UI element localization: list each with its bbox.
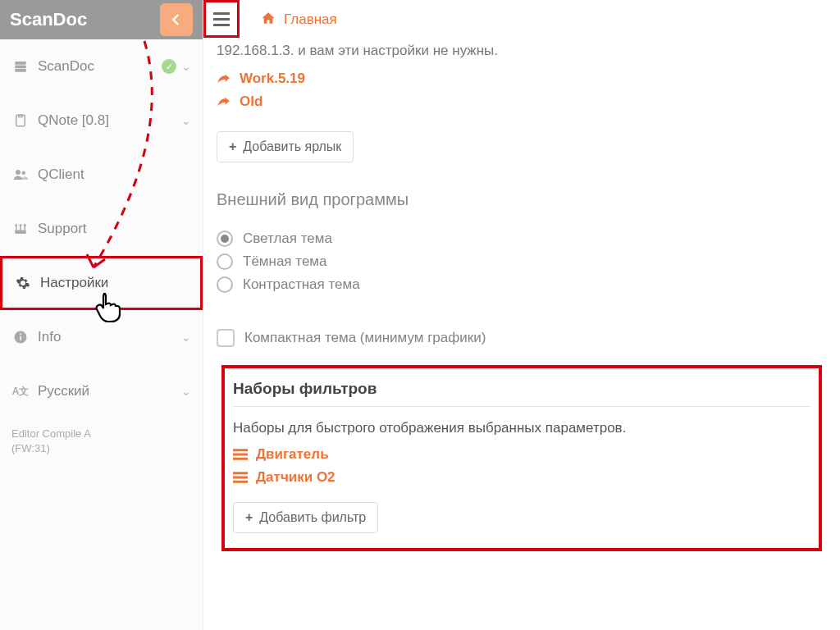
- svg-point-7: [20, 224, 22, 226]
- sidebar-label: QClient: [38, 167, 191, 183]
- sidebar-label: Info: [38, 329, 181, 345]
- sidebar-item-support[interactable]: Support: [0, 202, 203, 256]
- breadcrumb-home: Главная: [284, 11, 337, 28]
- sidebar-item-qclient[interactable]: QClient: [0, 148, 203, 202]
- shortcut-link[interactable]: Work.5.19: [217, 71, 827, 87]
- button-label: Добавить фильтр: [259, 510, 366, 525]
- radio-icon: [217, 231, 233, 247]
- main: Главная 192.168.1.3. и вам эти настройки…: [203, 0, 840, 630]
- svg-rect-12: [20, 334, 21, 336]
- button-label: Добавить ярлык: [243, 139, 341, 154]
- svg-rect-13: [233, 449, 248, 451]
- list-icon: [233, 472, 248, 483]
- check-icon: ✓: [162, 59, 176, 74]
- sidebar-item-language[interactable]: A文 Русский ⌄: [0, 364, 203, 418]
- radio-icon: [217, 253, 233, 270]
- add-shortcut-button[interactable]: + Добавить ярлык: [217, 131, 354, 162]
- radio-icon: [217, 276, 233, 293]
- ip-text: 192.168.1.3. и вам эти настройки не нужн…: [217, 43, 827, 59]
- filters-desc: Наборы для быстрого отображения выбранны…: [233, 420, 810, 436]
- sidebar-footer: Editor Compile A (FW:31): [0, 418, 203, 464]
- svg-point-6: [15, 224, 17, 226]
- shortcut-link[interactable]: Old: [217, 94, 827, 110]
- sidebar-header: ScanDoc: [0, 0, 203, 39]
- sidebar-item-settings[interactable]: Настройки: [0, 256, 203, 310]
- app-title: ScanDoc: [10, 9, 87, 30]
- svg-rect-11: [20, 336, 21, 340]
- footer-line-1: Editor Compile A: [11, 427, 191, 441]
- theme-radio-light[interactable]: Светлая тема: [217, 231, 827, 247]
- filters-title: Наборы фильтров: [233, 380, 810, 407]
- svg-rect-0: [15, 62, 26, 65]
- filter-link[interactable]: Датчики О2: [233, 469, 810, 486]
- svg-point-4: [16, 170, 21, 175]
- language-icon: A文: [11, 385, 30, 399]
- info-icon: [11, 330, 30, 345]
- network-icon: [11, 221, 30, 236]
- svg-rect-9: [15, 231, 26, 235]
- share-icon: [217, 94, 231, 109]
- shortcut-label: Old: [240, 94, 262, 110]
- plus-icon: +: [229, 139, 236, 154]
- svg-rect-17: [233, 477, 248, 479]
- filter-label: Двигатель: [256, 446, 329, 463]
- sidebar-item-scandoc[interactable]: ScanDoc ✓ ⌄: [0, 39, 203, 94]
- menu-icon: [213, 12, 230, 26]
- breadcrumb[interactable]: Главная: [261, 11, 337, 30]
- database-icon: [11, 59, 30, 74]
- svg-rect-14: [233, 454, 248, 456]
- shortcut-label: Work.5.19: [240, 71, 305, 87]
- radio-label: Светлая тема: [243, 231, 332, 247]
- gear-icon: [14, 276, 32, 290]
- plus-icon: +: [245, 510, 253, 525]
- content: 192.168.1.3. и вам эти настройки не нужн…: [203, 39, 840, 551]
- add-filter-button[interactable]: + Добавить фильтр: [233, 502, 378, 533]
- svg-rect-1: [15, 66, 26, 69]
- topbar: Главная: [203, 0, 840, 39]
- radio-label: Тёмная тема: [243, 253, 327, 270]
- list-icon: [233, 449, 248, 460]
- sidebar-item-info[interactable]: Info ⌄: [0, 310, 203, 364]
- filter-link[interactable]: Двигатель: [233, 446, 810, 463]
- checkbox-icon: [217, 329, 235, 347]
- checkbox-label: Компактная тема (минимум графики): [244, 330, 486, 346]
- chevron-down-icon: ⌄: [181, 331, 191, 344]
- appearance-title: Внешний вид программы: [217, 190, 827, 209]
- theme-radio-contrast[interactable]: Контрастная тема: [217, 276, 827, 293]
- chevron-down-icon: ⌄: [181, 60, 191, 73]
- chevron-down-icon: ⌄: [181, 114, 191, 127]
- sidebar-label: Support: [38, 221, 191, 237]
- svg-rect-18: [233, 481, 248, 483]
- chevron-down-icon: ⌄: [181, 385, 191, 398]
- arrow-left-icon: [169, 12, 184, 27]
- users-icon: [11, 167, 30, 182]
- radio-label: Контрастная тема: [243, 276, 360, 293]
- back-button[interactable]: [160, 3, 193, 36]
- svg-rect-2: [15, 69, 26, 72]
- svg-point-5: [22, 171, 26, 176]
- share-icon: [217, 71, 231, 86]
- svg-point-8: [24, 224, 26, 226]
- svg-rect-16: [233, 472, 248, 474]
- sidebar-label: Настройки: [40, 275, 189, 291]
- sidebar-label: ScanDoc: [38, 58, 162, 75]
- filters-panel: Наборы фильтров Наборы для быстрого отоб…: [221, 365, 822, 551]
- compact-checkbox[interactable]: Компактная тема (минимум графики): [217, 329, 827, 347]
- sidebar-label: Русский: [38, 383, 181, 399]
- filter-label: Датчики О2: [256, 469, 336, 486]
- footer-line-2: (FW:31): [11, 441, 191, 456]
- theme-radio-dark[interactable]: Тёмная тема: [217, 253, 827, 270]
- sidebar-label: QNote [0.8]: [38, 112, 181, 129]
- home-icon: [261, 11, 276, 30]
- svg-rect-15: [233, 458, 248, 460]
- menu-button[interactable]: [203, 0, 240, 38]
- clipboard-icon: [11, 113, 30, 128]
- sidebar-item-qnote[interactable]: QNote [0.8] ⌄: [0, 94, 203, 148]
- sidebar: ScanDoc ScanDoc ✓ ⌄ QNote [0.8] ⌄ QClien…: [0, 0, 203, 630]
